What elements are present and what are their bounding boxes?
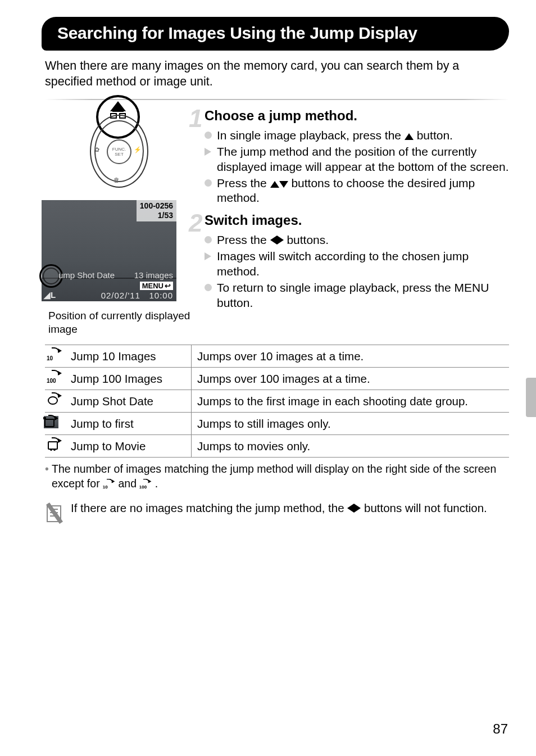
- func-set-button-graphic: FUNC.SET: [107, 139, 131, 164]
- svg-marker-1: [110, 101, 126, 111]
- step-number: 1: [189, 105, 202, 133]
- jump-description: Jumps over 100 images at a time.: [192, 368, 510, 390]
- note-text: If there are no images matching the jump…: [71, 501, 487, 516]
- right-arrow-icon: [354, 504, 361, 513]
- jump-name: Jump 100 Images: [69, 368, 192, 390]
- jump-n100-icon: 100: [47, 371, 62, 383]
- menu-glyph: MENU: [455, 281, 489, 294]
- bullet-marker-icon: [205, 284, 212, 291]
- step-bullet: The jump method and the position of the …: [205, 144, 509, 175]
- jump-name: Jump to first: [69, 413, 192, 435]
- up-arrow-icon: [270, 181, 279, 188]
- cam-datetime: 02/02/'11 10:00: [101, 291, 173, 300]
- left-arrow-icon: [270, 236, 277, 245]
- macro-icon: ✿: [94, 146, 99, 153]
- table-row: 100Jump 100 ImagesJumps over 100 images …: [45, 368, 509, 390]
- jump-description: Jumps over 10 images at a time.: [192, 345, 510, 368]
- jump-cam-icon: [44, 416, 58, 428]
- jump-movie-icon: [47, 438, 62, 451]
- instruction-step: 1Choose a jump method.In single image pl…: [205, 108, 509, 206]
- page-title: Searching for Images Using the Jump Disp…: [42, 17, 509, 51]
- jump-name: Jump to Movie: [69, 435, 192, 458]
- step-title: Switch images.: [205, 212, 509, 228]
- step-number: 2: [189, 209, 202, 237]
- flash-icon: ⚡: [134, 146, 142, 153]
- down-arrow-icon: [279, 181, 288, 188]
- jump-100-icon: 100: [140, 479, 152, 490]
- cam-index: 1/53: [140, 211, 173, 220]
- bullet-marker-icon: [205, 252, 211, 260]
- instruction-step: 2Switch images.Press the buttons.Images …: [205, 212, 509, 310]
- step-bullet: Press the buttons.: [205, 233, 509, 248]
- left-arrow-icon: [347, 504, 354, 513]
- cam-file-number: 100-0256: [140, 201, 173, 211]
- up-arrow-icon: [405, 133, 414, 140]
- section-tab: [526, 378, 536, 417]
- cam-size-indicator: ◢L: [44, 290, 56, 300]
- page-number: 87: [493, 721, 508, 737]
- step-bullet: To return to single image playback, pres…: [205, 280, 509, 311]
- camera-screen-illustration: 100-0256 1/53 ump Shot Date 13 images ME…: [42, 200, 176, 301]
- bullet-marker-icon: [205, 148, 211, 156]
- jump-n10-icon: 10: [47, 348, 62, 361]
- table-row: Jump to firstJumps to still images only.: [45, 413, 509, 435]
- jump-10-icon: 10: [103, 479, 115, 490]
- table-row: Jump to MovieJumps to movies only.: [45, 435, 509, 458]
- note-pencil-icon: [45, 503, 63, 527]
- cam-match-count: 13 images: [134, 270, 173, 280]
- bullet-marker-icon: [205, 179, 212, 187]
- jump-description: Jumps to the first image in each shootin…: [192, 390, 510, 413]
- step-bullet: In single image playback, press the butt…: [205, 128, 509, 143]
- jump-methods-table: 10Jump 10 ImagesJumps over 10 images at …: [45, 345, 509, 458]
- table-footnote: The number of images matching the jump m…: [45, 462, 509, 491]
- jump-name: Jump Shot Date: [69, 390, 192, 413]
- svg-rect-2: [112, 110, 124, 112]
- jump-description: Jumps to still images only.: [192, 413, 510, 435]
- jump-name: Jump 10 Images: [69, 345, 192, 368]
- cam-jump-mode: ump Shot Date: [58, 270, 115, 280]
- jump-description: Jumps to movies only.: [192, 435, 510, 458]
- step-bullet: Images will switch according to the chos…: [205, 249, 509, 279]
- bullet-marker-icon: [205, 236, 212, 243]
- bullet-marker-icon: [205, 132, 212, 139]
- illustration-caption: Position of currently displayed image: [48, 309, 191, 336]
- controller-illustration: FUNC.SET 🗑 ✿ ⚡: [79, 111, 157, 190]
- table-row: 10Jump 10 ImagesJumps over 10 images at …: [45, 345, 509, 368]
- table-row: Jump Shot DateJumps to the first image i…: [45, 390, 509, 413]
- trash-icon: 🗑: [113, 176, 120, 183]
- step-title: Choose a jump method.: [205, 108, 509, 124]
- intro-paragraph: When there are many images on the memory…: [45, 58, 509, 90]
- right-arrow-icon: [277, 236, 284, 245]
- cam-menu-badge: MENU↩: [140, 282, 173, 290]
- jump-clock-icon: [47, 393, 62, 406]
- step-bullet: Press the buttons to choose the desired …: [205, 176, 509, 206]
